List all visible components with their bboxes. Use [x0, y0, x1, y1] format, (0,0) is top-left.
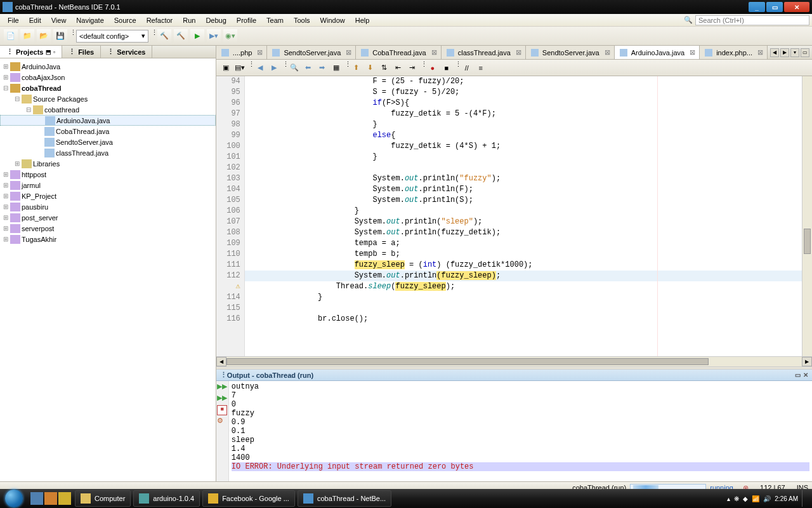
build-button[interactable]: 🔨	[157, 29, 171, 43]
menu-help[interactable]: Help	[350, 15, 375, 25]
output-rerun-button[interactable]: ▶▶	[217, 382, 227, 392]
config-dropdown[interactable]: <default config>▾	[76, 30, 148, 43]
tree-node[interactable]: ⊟Source Packages	[0, 93, 216, 104]
tree-node[interactable]: ⊞cobaAjaxJson	[0, 72, 216, 83]
menu-view[interactable]: View	[46, 15, 72, 25]
save-all-button[interactable]: 💾	[53, 29, 67, 43]
close-button[interactable]: ✕	[784, 2, 809, 12]
taskbar-item[interactable]: arduino-1.0.4	[133, 490, 200, 507]
comment-button[interactable]: //	[461, 62, 473, 74]
taskbar-item[interactable]: Computer	[75, 490, 131, 507]
shift-left-button[interactable]: ⇤	[393, 62, 404, 74]
menu-debug[interactable]: Debug	[200, 15, 231, 25]
tab-close-icon[interactable]: ⊠	[516, 48, 521, 57]
tab-close-icon[interactable]: ⊠	[690, 48, 695, 57]
tray-expand-icon[interactable]: ▴	[727, 495, 730, 502]
editor-tab[interactable]: ....php⊠	[216, 46, 268, 59]
tab-close-icon[interactable]: ⊠	[346, 48, 351, 57]
output-run-button[interactable]: ▶▶	[217, 394, 227, 404]
code-editor[interactable]: F = (25 - fuzzy)/20; S = (fuzzy - 5)/20;…	[245, 76, 802, 356]
nav-fwd-button[interactable]: ▶	[268, 62, 280, 74]
tab-services[interactable]: ⋮ Services	[101, 46, 152, 58]
tab-close-icon[interactable]: ⊠	[605, 48, 610, 57]
tabs-right-button[interactable]: ▶	[780, 48, 789, 57]
editor-tab[interactable]: SendtoServer.java⊠	[526, 46, 615, 59]
macro-rec-button[interactable]: ●	[427, 62, 438, 74]
tree-node[interactable]: ⊞TugasAkhir	[0, 234, 216, 244]
menu-edit[interactable]: Edit	[24, 15, 46, 25]
find-next-button[interactable]: ➡	[317, 62, 328, 74]
editor-vscrollbar[interactable]	[802, 76, 812, 356]
tray-clock[interactable]: 2:26 AM	[775, 495, 798, 502]
editor-tab[interactable]: ArduinoJava.java⊠	[615, 46, 700, 59]
show-desktop-button[interactable]	[802, 490, 807, 507]
hscroll-right-button[interactable]: ▶	[802, 357, 812, 366]
shift-right-button[interactable]: ⇥	[407, 62, 418, 74]
editor-tab[interactable]: index.php...⊠	[700, 46, 768, 59]
tab-close-icon[interactable]: ⊠	[431, 48, 437, 57]
tree-node[interactable]: CobaThread.java	[0, 126, 216, 137]
search-input[interactable]	[695, 15, 809, 25]
history-button[interactable]: ▤▾	[234, 62, 246, 74]
tab-projects[interactable]: ⋮ Projects ⬒ ▫	[0, 46, 62, 58]
menu-source[interactable]: Source	[109, 15, 141, 25]
tray-icon[interactable]: ◆	[743, 495, 748, 502]
menu-file[interactable]: File	[3, 15, 24, 25]
tab-close-icon[interactable]: ⊠	[257, 48, 263, 57]
system-tray[interactable]: ▴ ❋ ◆ 📶 🔊 2:26 AM	[722, 490, 812, 507]
tree-node[interactable]: ⊟cobathread	[0, 104, 216, 115]
menu-tools[interactable]: Tools	[289, 15, 315, 25]
line-gutter[interactable]: 9495969798991001011021031041051061071081…	[216, 76, 245, 356]
tray-icon[interactable]: ❋	[734, 495, 739, 502]
start-button[interactable]	[0, 489, 28, 508]
tree-node[interactable]: ArduinoJava.java	[0, 115, 216, 126]
output-stop-button[interactable]: ■	[217, 405, 227, 415]
new-file-button[interactable]: 📄	[4, 29, 18, 43]
tree-node[interactable]: ⊞ArduinoJava	[0, 61, 216, 72]
menu-profile[interactable]: Profile	[232, 15, 261, 25]
toggle-bookmark-button[interactable]: ⇅	[379, 62, 390, 74]
projects-tree[interactable]: ⊞ArduinoJava⊞cobaAjaxJson⊟cobaThread⊟Sou…	[0, 58, 216, 481]
tab-close-icon[interactable]: ⊠	[757, 48, 763, 57]
maximize-button[interactable]: ▭	[766, 2, 783, 12]
debug-button[interactable]: ▶▾	[207, 29, 221, 43]
tabs-max-button[interactable]: ▭	[801, 48, 809, 57]
find-button[interactable]: 🔍	[289, 62, 300, 74]
editor-tab[interactable]: SendtoServer.java⊠	[267, 46, 356, 59]
new-project-button[interactable]: 📁	[20, 29, 34, 43]
tray-volume-icon[interactable]: 🔊	[763, 495, 771, 502]
tree-node[interactable]: ⊞pausbiru	[0, 201, 216, 212]
menu-navigate[interactable]: Navigate	[71, 15, 108, 25]
quick-launch-button[interactable]	[30, 492, 43, 505]
editor-hscrollbar[interactable]: ◀ ▶	[216, 356, 812, 366]
tray-network-icon[interactable]: 📶	[752, 495, 759, 502]
open-project-button[interactable]: 📂	[37, 29, 51, 43]
editor-tab[interactable]: classThread.java⊠	[442, 46, 526, 59]
find-prev-button[interactable]: ⬅	[303, 62, 314, 74]
tree-node[interactable]: ⊞serverpost	[0, 223, 216, 234]
tree-node[interactable]: SendtoServer.java	[0, 137, 216, 147]
menu-refactor[interactable]: Refactor	[141, 15, 178, 25]
editor-tab[interactable]: CobaThread.java⊠	[356, 46, 441, 59]
nav-back-button[interactable]: ◀	[254, 62, 266, 74]
uncomment-button[interactable]: ≡	[475, 62, 487, 74]
taskbar-item[interactable]: Facebook - Google ...	[202, 490, 295, 507]
menu-run[interactable]: Run	[178, 15, 200, 25]
taskbar-item[interactable]: cobaThread - NetBe...	[298, 490, 391, 507]
minimize-button[interactable]: _	[749, 2, 765, 12]
tabs-left-button[interactable]: ◀	[770, 48, 779, 57]
highlight-button[interactable]: ▦	[331, 62, 342, 74]
output-text[interactable]: outnya70fuzzy0.90.1sleep1.41400IO ERROR:…	[229, 381, 812, 481]
tab-files[interactable]: ⋮ Files	[62, 46, 101, 58]
menu-window[interactable]: Window	[315, 15, 350, 25]
prev-bookmark-button[interactable]: ⬆	[351, 62, 362, 74]
clean-build-button[interactable]: 🔨	[174, 29, 188, 43]
tabs-list-button[interactable]: ▾	[790, 48, 799, 57]
tree-node[interactable]: ⊞jarmul	[0, 180, 216, 190]
macro-stop-button[interactable]: ■	[441, 62, 452, 74]
quick-launch-button[interactable]	[44, 492, 57, 505]
run-button[interactable]: ▶	[190, 29, 204, 43]
tree-node[interactable]: ⊞httppost	[0, 169, 216, 180]
profile-button[interactable]: ◉▾	[223, 29, 237, 43]
menu-team[interactable]: Team	[261, 15, 289, 25]
